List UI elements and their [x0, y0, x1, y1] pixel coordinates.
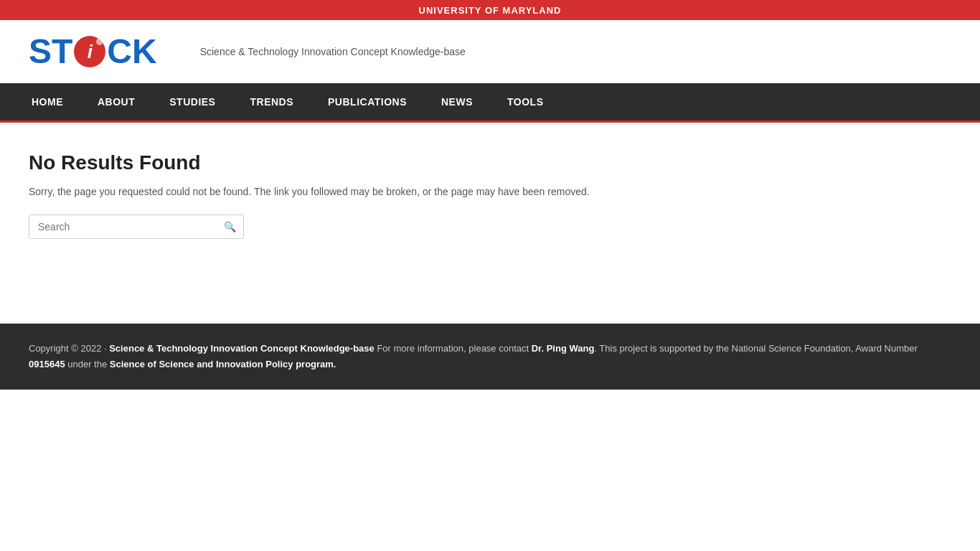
university-name: UNIVERSITY OF MARYLAND	[419, 5, 562, 16]
logo-area[interactable]: ST i CK	[29, 34, 157, 69]
nav-link-home[interactable]: HOME	[14, 83, 80, 121]
top-bar: UNIVERSITY OF MARYLAND	[0, 0, 980, 20]
footer-award-number: 0915645	[29, 359, 65, 369]
main-content: No Results Found Sorry, the page you req…	[0, 123, 980, 324]
footer-copyright: Copyright © 2022 ·	[29, 343, 109, 354]
footer: Copyright © 2022 · Science & Technology …	[0, 324, 980, 390]
footer-contact-intro: For more information, please contact	[374, 343, 532, 354]
nav-list: HOME ABOUT STUDIES TRENDS PUBLICATIONS N…	[0, 83, 980, 121]
nav-link-tools[interactable]: TOOLS	[490, 83, 560, 121]
logo-icon-letter: i	[88, 42, 93, 61]
site-tagline: Science & Technology Innovation Concept …	[200, 46, 466, 57]
nav-item-news[interactable]: NEWS	[424, 83, 490, 121]
nav-link-trends[interactable]: TRENDS	[232, 83, 311, 121]
not-found-message: Sorry, the page you requested could not …	[29, 186, 951, 197]
footer-text: Copyright © 2022 · Science & Technology …	[29, 341, 951, 372]
nav-link-studies[interactable]: STUDIES	[152, 83, 232, 121]
footer-contact-suffix: . This project is supported by the Natio…	[594, 343, 917, 354]
nav-item-trends[interactable]: TRENDS	[232, 83, 311, 121]
nav-link-news[interactable]: NEWS	[424, 83, 490, 121]
footer-contact-name: Dr. Ping Wang	[532, 343, 595, 354]
nav-link-about[interactable]: ABOUT	[80, 83, 152, 121]
footer-site-name: Science & Technology Innovation Concept …	[109, 343, 374, 354]
header: ST i CK Science & Technology Innovation …	[0, 20, 980, 83]
nav-link-publications[interactable]: PUBLICATIONS	[311, 83, 424, 121]
nav-item-tools[interactable]: TOOLS	[490, 83, 560, 121]
not-found-title: No Results Found	[29, 151, 951, 174]
logo-prefix: ST	[29, 34, 72, 69]
logo-icon: i	[74, 36, 105, 67]
search-input[interactable]	[29, 215, 217, 238]
nav-item-studies[interactable]: STUDIES	[152, 83, 232, 121]
search-button[interactable]: 🔍	[217, 215, 243, 238]
logo: ST i CK	[29, 34, 157, 69]
nav-item-publications[interactable]: PUBLICATIONS	[311, 83, 424, 121]
search-icon: 🔍	[224, 221, 236, 232]
footer-program-name: Science of Science and Innovation Policy…	[110, 359, 336, 369]
nav-item-home[interactable]: HOME	[14, 83, 80, 121]
logo-suffix: CK	[107, 34, 156, 69]
footer-program-prefix: under the	[65, 359, 110, 369]
nav-item-about[interactable]: ABOUT	[80, 83, 152, 121]
main-nav: HOME ABOUT STUDIES TRENDS PUBLICATIONS N…	[0, 83, 980, 123]
search-form[interactable]: 🔍	[29, 215, 244, 239]
